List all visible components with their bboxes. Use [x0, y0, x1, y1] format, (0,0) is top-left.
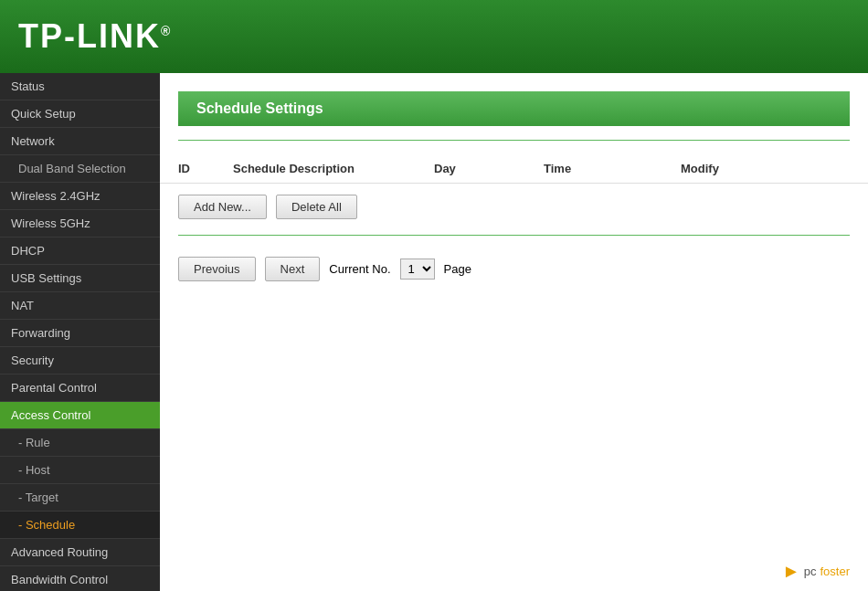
watermark-pc: pc [804, 565, 817, 578]
sidebar-item-parental-control[interactable]: Parental Control [0, 375, 160, 402]
main-content: Schedule Settings ID Schedule Descriptio… [160, 73, 868, 591]
sidebar-item-dual-band-selection[interactable]: Dual Band Selection [0, 155, 160, 183]
sidebar-item-target[interactable]: - Target [0, 484, 160, 512]
sidebar-item-wireless-24ghz[interactable]: Wireless 2.4GHz [0, 183, 160, 210]
header: TP-LINK® [0, 0, 868, 73]
sidebar-item-bandwidth-control[interactable]: Bandwidth Control [0, 566, 160, 591]
separator-top [178, 140, 850, 141]
watermark-arrow: ► [782, 561, 800, 582]
page-label: Page [444, 262, 471, 276]
col-header-day: Day [434, 162, 544, 175]
sidebar-item-usb-settings[interactable]: USB Settings [0, 265, 160, 292]
page-title-bar: Schedule Settings [178, 91, 850, 126]
sidebar-item-forwarding[interactable]: Forwarding [0, 320, 160, 347]
logo: TP-LINK® [18, 17, 172, 56]
separator-bottom [178, 235, 850, 236]
sidebar-item-nat[interactable]: NAT [0, 292, 160, 320]
sidebar-item-rule[interactable]: - Rule [0, 429, 160, 457]
logo-trademark: ® [161, 24, 172, 38]
col-header-time: Time [544, 162, 681, 175]
page-title: Schedule Settings [196, 100, 831, 117]
col-header-desc: Schedule Description [233, 162, 434, 175]
sidebar-item-dhcp[interactable]: DHCP [0, 237, 160, 265]
pagination-row: Prevoius Next Current No. 1 Page [160, 249, 868, 289]
current-no-label: Current No. [329, 262, 390, 276]
sidebar-item-schedule[interactable]: - Schedule [0, 512, 160, 539]
logo-tp-link: TP-LINK [18, 17, 161, 55]
sidebar-item-status[interactable]: Status [0, 73, 160, 100]
col-header-id: ID [178, 162, 233, 175]
sidebar: StatusQuick SetupNetworkDual Band Select… [0, 73, 160, 591]
sidebar-item-network[interactable]: Network [0, 128, 160, 155]
col-header-modify: Modify [681, 162, 772, 175]
add-new-button[interactable]: Add New... [178, 195, 267, 219]
delete-all-button[interactable]: Delete All [276, 195, 357, 219]
page-select[interactable]: 1 [400, 259, 435, 280]
table-header: ID Schedule Description Day Time Modify [160, 154, 868, 184]
sidebar-item-advanced-routing[interactable]: Advanced Routing [0, 539, 160, 566]
button-row: Add New... Delete All [160, 184, 868, 230]
watermark: ► pcfoster [782, 561, 850, 582]
sidebar-item-security[interactable]: Security [0, 347, 160, 375]
next-button[interactable]: Next [265, 257, 321, 281]
previous-button[interactable]: Prevoius [178, 257, 256, 281]
sidebar-item-wireless-5ghz[interactable]: Wireless 5GHz [0, 210, 160, 237]
layout: StatusQuick SetupNetworkDual Band Select… [0, 73, 868, 591]
sidebar-item-host[interactable]: - Host [0, 457, 160, 484]
sidebar-item-quick-setup[interactable]: Quick Setup [0, 100, 160, 128]
sidebar-item-access-control[interactable]: Access Control [0, 402, 160, 429]
watermark-foster: foster [820, 565, 850, 578]
